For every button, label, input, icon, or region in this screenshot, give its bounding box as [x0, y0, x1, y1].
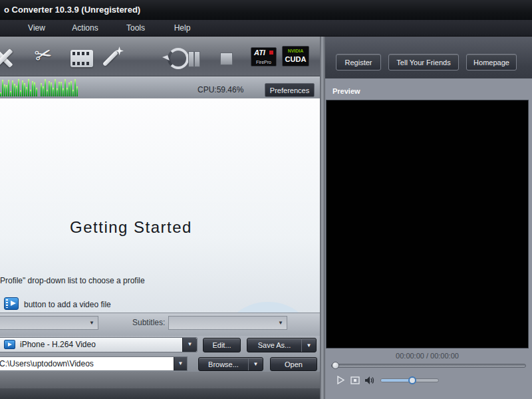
chevron-down-icon: ▼	[253, 361, 259, 367]
open-folder-button[interactable]: Open	[270, 357, 317, 371]
chevron-down-icon: ▼	[307, 342, 312, 348]
chevron-down-icon: ▼	[178, 360, 184, 366]
film-effects-icon[interactable]	[70, 50, 93, 67]
panel-splitter[interactable]	[320, 37, 325, 399]
subtitles-label: Subtitles:	[132, 316, 165, 330]
preferences-button[interactable]: Preferences	[265, 83, 315, 97]
browse-button[interactable]: Browse... ▼	[198, 357, 263, 371]
pause-icon[interactable]	[188, 51, 200, 66]
menu-actions[interactable]: Actions	[69, 20, 101, 37]
chevron-down-icon: ▼	[278, 317, 283, 329]
seek-slider-thumb[interactable]	[332, 362, 339, 369]
save-as-dropdown-button[interactable]: ▼	[301, 338, 316, 352]
mute-button[interactable]	[364, 374, 376, 386]
homepage-button[interactable]: Homepage	[466, 54, 517, 70]
bottom-strip-dark	[0, 388, 320, 399]
audio-spectrum-left	[0, 78, 39, 96]
profile-video-icon	[4, 340, 15, 349]
snapshot-button[interactable]	[349, 374, 361, 386]
seek-slider[interactable]	[331, 364, 526, 368]
menu-bar: View Actions Tools Help	[0, 20, 532, 37]
subtitles-dropdown[interactable]: ▼	[168, 316, 287, 330]
output-path-dropdown-button[interactable]: ▼	[174, 357, 187, 370]
register-button[interactable]: Register	[336, 54, 381, 70]
audio-track-dropdown[interactable]: ▼	[0, 316, 98, 330]
cpu-usage-label: CPU:59.46%	[198, 85, 243, 94]
save-as-button[interactable]: Save As... ▼	[247, 338, 317, 352]
save-as-label: Save As...	[247, 341, 301, 349]
bottom-strip	[0, 372, 320, 388]
ati-red-icon	[269, 51, 273, 55]
audio-spectrum-right	[41, 78, 78, 96]
step-add-text: button to add a video file	[24, 300, 111, 309]
volume-fill	[381, 379, 412, 382]
getting-started-title: Getting Started	[0, 218, 262, 237]
volume-slider-thumb[interactable]	[408, 376, 416, 384]
app-window: o Converter 10.3.9 (Unregistered) View A…	[0, 0, 532, 399]
step-profile-text: Profile" drop-down list to choose a prof…	[0, 276, 145, 285]
remove-icon[interactable]	[0, 47, 15, 69]
convert-icon[interactable]	[168, 48, 189, 69]
tell-your-friends-button[interactable]: Tell Your Friends	[388, 54, 459, 70]
nvidia-label: NVIDIA	[283, 49, 309, 53]
preview-time: 00:00:00 / 00:00:00	[326, 352, 529, 360]
ati-label: ATI	[254, 49, 265, 57]
chevron-down-icon: ▼	[188, 341, 193, 347]
nvidia-cuda-badge: NVIDIA CUDA	[282, 46, 309, 66]
profile-dropdown[interactable]: iPhone - H.264 Video ▼	[0, 337, 198, 352]
firepro-label: FirePro	[251, 60, 276, 65]
add-video-icon	[4, 297, 19, 310]
cuda-label: CUDA	[283, 55, 309, 63]
chevron-down-icon: ▼	[89, 317, 94, 329]
browse-dropdown-button[interactable]: ▼	[248, 358, 263, 370]
stop-icon[interactable]	[220, 53, 233, 65]
output-path-input[interactable]	[0, 356, 188, 371]
menu-tools[interactable]: Tools	[122, 20, 149, 37]
preview-label: Preview	[332, 87, 360, 95]
menu-view[interactable]: View	[24, 20, 49, 37]
ati-firepro-badge: ATI FirePro	[251, 47, 277, 66]
edit-profile-button[interactable]: Edit...	[203, 338, 241, 352]
title-bar: o Converter 10.3.9 (Unregistered)	[0, 0, 532, 20]
profile-dropdown-button[interactable]: ▼	[182, 338, 197, 352]
magic-wand-icon[interactable]	[100, 47, 125, 70]
profile-value: iPhone - H.264 Video	[20, 338, 96, 352]
preview-screen	[326, 100, 529, 348]
output-path-field: ▼	[0, 356, 188, 371]
window-title: o Converter 10.3.9 (Unregistered)	[4, 0, 140, 20]
getting-started-panel: Getting Started Profile" drop-down list …	[0, 98, 320, 313]
browse-label: Browse...	[199, 360, 248, 368]
play-button[interactable]	[334, 374, 346, 386]
menu-help[interactable]: Help	[170, 20, 194, 37]
